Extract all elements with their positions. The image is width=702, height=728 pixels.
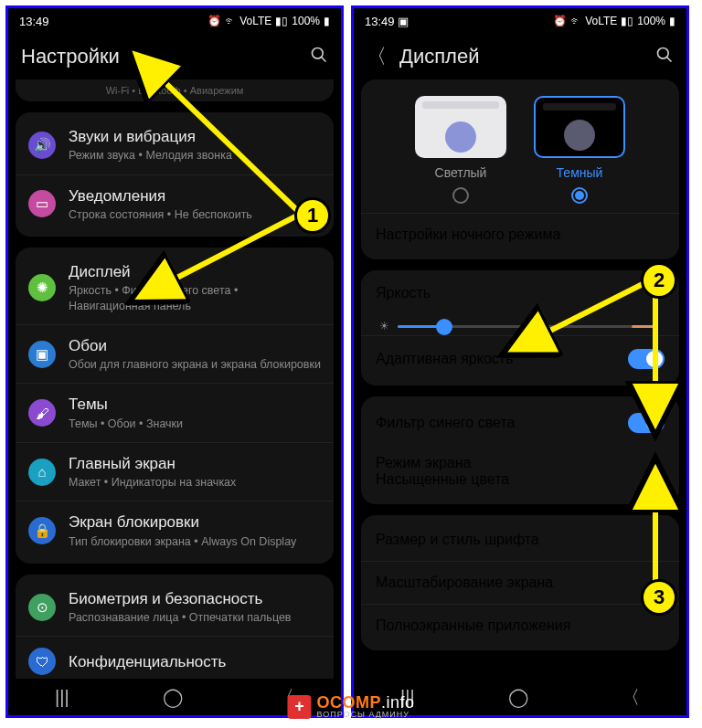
- theme-light-radio[interactable]: [452, 187, 469, 204]
- font-size-row[interactable]: Размер и стиль шрифта: [376, 532, 539, 548]
- annotation-badge-1: 1: [294, 197, 331, 234]
- row-sub: Тип блокировки экрана • Always On Displa…: [69, 534, 321, 549]
- row-lockscreen[interactable]: 🔒 Экран блокировки Тип блокировки экрана…: [16, 501, 334, 560]
- search-icon[interactable]: [310, 46, 328, 69]
- row-biometrics[interactable]: ⊙ Биометрия и безопасность Распознавание…: [16, 578, 334, 638]
- bluefilter-toggle[interactable]: [628, 413, 665, 433]
- row-sub: Обои для главного экрана и экрана блокир…: [69, 357, 321, 372]
- brightness-slider[interactable]: ☀: [376, 301, 665, 335]
- home-icon: ⌂: [28, 459, 56, 486]
- alarm-icon: ⏰: [207, 15, 221, 27]
- row-label: Звуки и вибрация: [69, 127, 321, 146]
- search-icon[interactable]: [655, 46, 674, 69]
- status-bar: 13:49 ⏰ ᯤ VoLTE ▮▯ 100% ▮: [8, 8, 341, 34]
- home-button[interactable]: ◯: [508, 686, 528, 708]
- themes-icon: 🖌: [28, 399, 56, 427]
- row-sub: Режим звука • Мелодия звонка: [69, 148, 321, 163]
- page-title: Дисплей: [399, 45, 655, 69]
- row-display[interactable]: ✺ Дисплей Яркость • Фильтр синего света …: [16, 251, 334, 325]
- theme-dark-radio[interactable]: [571, 187, 588, 204]
- row-sub: Яркость • Фильтр синего света • Навигаци…: [69, 283, 321, 313]
- theme-card: Светлый Темный Настройки ночного режима: [361, 79, 679, 259]
- svg-point-0: [313, 47, 324, 58]
- watermark: + OCOMP.info ВОПРОСЫ АДМИНУ: [287, 694, 414, 719]
- row-privacy[interactable]: 🛡 Конфиденциальность: [16, 637, 334, 679]
- theme-light-preview: [415, 96, 506, 158]
- sun-icon: ☀: [379, 320, 389, 332]
- adaptive-brightness-label: Адаптивная яркость: [376, 351, 513, 367]
- group-sound-notif: 🔊 Звуки и вибрация Режим звука • Мелодия…: [16, 112, 334, 237]
- color-card: Фильтр синего света Режим экрана Насыщен…: [361, 396, 679, 504]
- row-label: Темы: [69, 395, 321, 414]
- display-screen: 13:49 ▣ ⏰ ᯤ VoLTE ▮▯ 100% ▮ 〈 Дисплей: [351, 5, 689, 718]
- brightness-card: Яркость ☀ Адаптивная яркость: [361, 270, 679, 385]
- battery-icon: ▮: [324, 15, 330, 27]
- screenmode-label: Режим экрана: [376, 455, 665, 471]
- adaptive-brightness-toggle[interactable]: [628, 349, 665, 369]
- status-time: 13:49: [19, 15, 49, 28]
- screen-zoom-row[interactable]: Масштабирование экрана: [376, 575, 553, 591]
- biometric-icon: ⊙: [28, 594, 56, 621]
- volte-icon: VoLTE: [585, 15, 617, 27]
- signal-icon: ▮▯: [621, 15, 633, 27]
- sound-icon: 🔊: [28, 132, 56, 159]
- row-sub: Макет • Индикаторы на значках: [69, 475, 321, 490]
- theme-light-option[interactable]: Светлый: [415, 96, 506, 204]
- battery-text: 100%: [292, 15, 320, 27]
- row-label: Конфиденциальность: [69, 652, 321, 671]
- night-mode-settings[interactable]: Настройки ночного режима: [376, 227, 560, 243]
- back-button[interactable]: 〈: [622, 685, 640, 710]
- connections-row-truncated[interactable]: Wi-Fi • Bluetooth • Авиарежим: [16, 79, 334, 101]
- size-card: Размер и стиль шрифта Масштабирование эк…: [361, 515, 679, 650]
- screenmode-value: Насыщенные цвета: [376, 471, 665, 488]
- wifi-icon: ᯤ: [570, 15, 581, 27]
- brightness-label: Яркость: [376, 285, 665, 301]
- display-header: 〈 Дисплей: [354, 34, 686, 79]
- svg-line-5: [667, 57, 672, 61]
- status-time: 13:49 ▣: [365, 15, 409, 28]
- group-security: ⊙ Биометрия и безопасность Распознавание…: [16, 575, 334, 679]
- status-bar: 13:49 ▣ ⏰ ᯤ VoLTE ▮▯ 100% ▮: [354, 8, 686, 34]
- row-label: Обои: [69, 336, 321, 355]
- volte-icon: VoLTE: [239, 15, 271, 27]
- bluefilter-label: Фильтр синего света: [376, 415, 515, 431]
- annotation-badge-2: 2: [641, 262, 677, 299]
- annotation-badge-3: 3: [641, 579, 677, 616]
- page-title: Настройки: [21, 45, 310, 69]
- row-themes[interactable]: 🖌 Темы Темы • Обои • Значки: [16, 384, 334, 443]
- row-sub: Распознавание лица • Отпечатки пальцев: [69, 610, 321, 625]
- svg-line-1: [322, 57, 326, 61]
- settings-header: Настройки: [8, 34, 341, 79]
- svg-point-4: [658, 47, 669, 58]
- watermark-flag-icon: +: [287, 695, 311, 719]
- row-label: Главный экран: [69, 454, 321, 473]
- status-right: ⏰ ᯤ VoLTE ▮▯ 100% ▮: [207, 15, 330, 27]
- home-button[interactable]: ◯: [163, 686, 183, 708]
- notif-icon: ▭: [28, 190, 56, 217]
- row-sub: Темы • Обои • Значки: [69, 417, 321, 431]
- theme-dark-preview: [534, 96, 625, 158]
- back-icon[interactable]: 〈: [367, 43, 387, 70]
- wallpaper-icon: ▣: [28, 341, 56, 368]
- row-sub: Строка состояния • Не беспокоить: [69, 207, 321, 222]
- lock-icon: 🔒: [28, 517, 56, 544]
- display-content[interactable]: Светлый Темный Настройки ночного режима: [354, 79, 686, 679]
- row-label: Экран блокировки: [69, 512, 321, 532]
- settings-screen: 13:49 ⏰ ᯤ VoLTE ▮▯ 100% ▮ Настройки Wi-F…: [5, 5, 344, 718]
- wifi-icon: ᯤ: [225, 15, 236, 27]
- row-home[interactable]: ⌂ Главный экран Макет • Индикаторы на зн…: [16, 443, 334, 502]
- theme-dark-option[interactable]: Темный: [534, 96, 625, 204]
- row-sound[interactable]: 🔊 Звуки и вибрация Режим звука • Мелодия…: [16, 116, 334, 175]
- settings-content[interactable]: Wi-Fi • Bluetooth • Авиарежим 🔊 Звуки и …: [8, 79, 341, 679]
- row-wallpaper[interactable]: ▣ Обои Обои для главного экрана и экрана…: [16, 325, 334, 385]
- battery-text: 100%: [637, 15, 665, 27]
- row-notifications[interactable]: ▭ Уведомления Строка состояния • Не бесп…: [16, 175, 334, 234]
- display-icon: ✺: [28, 274, 56, 301]
- row-label: Биометрия и безопасность: [69, 589, 321, 608]
- fullscreen-apps-row[interactable]: Полноэкранные приложения: [376, 617, 570, 634]
- status-right: ⏰ ᯤ VoLTE ▮▯ 100% ▮: [553, 15, 675, 27]
- signal-icon: ▮▯: [275, 15, 288, 27]
- screen-mode-row[interactable]: Режим экрана Насыщенные цвета: [361, 446, 679, 501]
- recent-apps-button[interactable]: |||: [55, 687, 69, 708]
- group-display: ✺ Дисплей Яркость • Фильтр синего света …: [16, 248, 334, 564]
